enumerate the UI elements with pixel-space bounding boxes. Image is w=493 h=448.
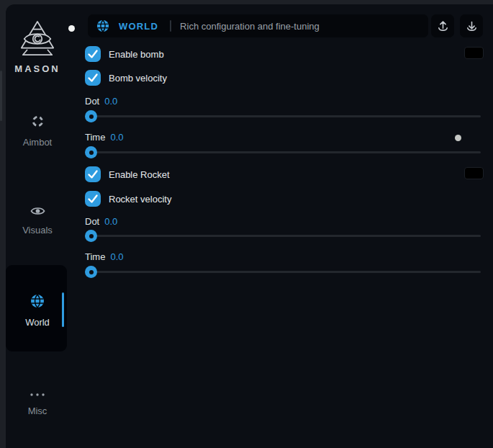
header-divider xyxy=(170,20,171,32)
app-window: MASON Aimbot Visuals World Misc xyxy=(0,0,493,448)
checkbox[interactable] xyxy=(85,46,101,62)
check-icon xyxy=(85,70,101,86)
tab-title: WORLD xyxy=(119,21,158,32)
import-config-button[interactable] xyxy=(460,14,483,37)
slider-track-rocket-time[interactable] xyxy=(85,271,481,273)
slider-handle[interactable] xyxy=(85,110,97,122)
sidebar-item-label: Misc xyxy=(0,406,75,416)
mason-logo-icon xyxy=(17,20,58,59)
toggle-label: Bomb velocity xyxy=(109,73,167,84)
sidebar-item-label: Visuals xyxy=(0,225,75,236)
slider-label-rocket-dot: Dot 0.0 xyxy=(85,215,117,227)
eye-icon xyxy=(30,206,45,216)
crosshair-icon xyxy=(31,115,45,128)
toggle-label: Enable Rocket xyxy=(109,169,170,180)
slider-value: 0.0 xyxy=(104,96,117,107)
checkbox[interactable] xyxy=(85,166,101,182)
sidebar-item-label: Aimbot xyxy=(0,137,75,148)
rocket-color-swatch[interactable] xyxy=(464,167,484,179)
checkbox[interactable] xyxy=(85,191,101,207)
sidebar-item-aimbot[interactable]: Aimbot xyxy=(0,115,75,148)
slider-value: 0.0 xyxy=(110,251,123,262)
bomb-color-swatch[interactable] xyxy=(464,47,484,59)
slider-label-bomb-time: Time 0.0 xyxy=(85,131,123,143)
slider-handle[interactable] xyxy=(85,230,97,242)
globe-icon xyxy=(30,294,45,308)
tab-header: WORLD Rich configuration and fine-tuning xyxy=(88,14,428,37)
slider-track-rocket-dot[interactable] xyxy=(85,235,481,237)
stray-dot xyxy=(455,135,461,141)
slider-handle[interactable] xyxy=(85,266,97,278)
check-icon xyxy=(85,191,101,207)
slider-track-bomb-dot[interactable] xyxy=(85,115,481,117)
slider-handle[interactable] xyxy=(85,146,97,158)
toggle-rocket-velocity: Rocket velocity xyxy=(85,191,171,207)
ellipsis-icon xyxy=(30,393,45,397)
sidebar-item-visuals[interactable]: Visuals xyxy=(0,206,75,236)
toggle-bomb-velocity: Bomb velocity xyxy=(85,70,167,86)
logo-text: MASON xyxy=(0,63,75,74)
slider-value: 0.0 xyxy=(104,216,117,227)
check-icon xyxy=(85,46,101,62)
upload-icon xyxy=(437,20,449,32)
tab-description: Rich configuration and fine-tuning xyxy=(180,21,320,32)
toggle-enable-bomb: Enable bomb xyxy=(85,46,164,62)
toggle-enable-rocket: Enable Rocket xyxy=(85,166,170,182)
globe-icon xyxy=(96,19,109,32)
slider-label-bomb-dot: Dot 0.0 xyxy=(85,95,117,107)
toggle-label: Enable bomb xyxy=(109,49,164,60)
toggle-label: Rocket velocity xyxy=(109,194,171,205)
sidebar-item-misc[interactable]: Misc xyxy=(0,387,75,416)
checkbox[interactable] xyxy=(85,70,101,86)
download-icon xyxy=(466,20,478,32)
export-config-button[interactable] xyxy=(431,14,454,37)
window-edge-highlight xyxy=(0,71,2,121)
sidebar-item-world[interactable]: World xyxy=(0,294,75,328)
slider-track-bomb-time[interactable] xyxy=(85,151,481,153)
slider-value: 0.0 xyxy=(110,132,123,143)
check-icon xyxy=(85,166,101,182)
menu-window xyxy=(6,4,493,448)
slider-label-rocket-time: Time 0.0 xyxy=(85,251,123,262)
logo: MASON xyxy=(0,20,75,74)
cursor-dot xyxy=(68,25,75,32)
sidebar-item-label: World xyxy=(0,317,75,328)
